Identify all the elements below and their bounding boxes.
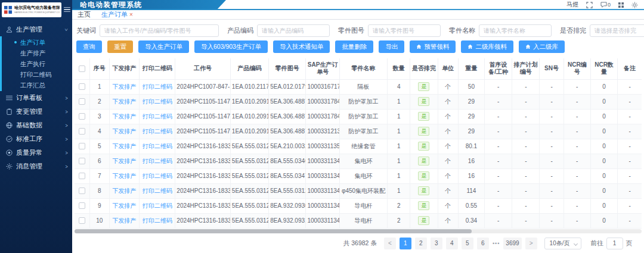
part-name-input[interactable] — [479, 24, 552, 37]
sidebar-item-production[interactable]: 生产管理> — [0, 23, 72, 36]
sidebar-item-order-board[interactable]: 订单看板> — [0, 91, 72, 105]
plan_no-cell: - — [512, 109, 540, 124]
l2-material-button[interactable]: 二级库领料 — [461, 40, 513, 53]
row-checkbox[interactable] — [79, 173, 85, 179]
import-order-button[interactable]: 导入生产订单 — [138, 40, 189, 53]
ncr_no-cell: - — [564, 213, 590, 228]
page-button-5[interactable]: 5 — [462, 238, 473, 249]
product-code-input[interactable] — [257, 24, 330, 37]
row-checkbox[interactable] — [79, 113, 85, 120]
dispatch-link[interactable]: 下发排产 — [112, 158, 136, 164]
dispatch-link[interactable]: 下发排产 — [112, 217, 136, 224]
column-header: 首序设备/工种 — [485, 58, 512, 79]
print-qrcode-cell: 打印二维码 — [140, 109, 175, 124]
message-icon[interactable]: 0 — [600, 2, 611, 8]
print-qrcode-link[interactable]: 打印二维码 — [143, 143, 172, 149]
export-button[interactable]: 导出 — [379, 40, 404, 53]
scheduled-cell: 是 — [410, 213, 438, 228]
page-button-3[interactable]: 3 — [431, 238, 442, 249]
last-page-button[interactable]: 3699 — [503, 238, 521, 249]
horizontal-scrollbar[interactable] — [75, 229, 642, 233]
row-checkbox[interactable] — [79, 98, 85, 105]
part-no-input[interactable] — [368, 24, 441, 37]
gear-icon[interactable] — [631, 2, 638, 8]
more-pages-icon[interactable]: ••• — [493, 240, 500, 246]
print-qrcode-link[interactable]: 打印二维码 — [143, 217, 172, 224]
into-l2-button[interactable]: 入二级库 — [519, 40, 565, 53]
part_name-cell: 防护罩加工 — [339, 124, 387, 139]
page-buttons: 123456 — [400, 238, 489, 249]
row-checkbox-cell — [75, 154, 89, 168]
select-all-checkbox[interactable] — [79, 65, 85, 72]
sidebar-item-base-data[interactable]: 基础数据> — [0, 118, 72, 132]
sidebar-subitem[interactable]: 打印二维码 — [2, 69, 72, 80]
row-checkbox[interactable] — [79, 217, 85, 224]
dispatch-link[interactable]: 下发排产 — [112, 202, 136, 209]
page-button-4[interactable]: 4 — [446, 238, 458, 249]
dispatch-link[interactable]: 下发排产 — [112, 98, 136, 105]
menu-collapse-icon[interactable] — [63, 6, 71, 14]
scrollbar-thumb[interactable] — [75, 229, 472, 233]
reset-button[interactable]: 重置 — [107, 40, 133, 53]
print-qrcode-link[interactable]: 打印二维码 — [143, 188, 172, 194]
fullscreen-icon[interactable] — [586, 2, 593, 8]
sidebar-subitem[interactable]: 生产执行 — [2, 58, 72, 69]
user-name[interactable]: 马煜 — [566, 1, 578, 9]
scheduled-select[interactable]: 请选择是否排完 — [590, 24, 644, 37]
dispatch-link[interactable]: 下发排产 — [112, 113, 136, 120]
print-qrcode-link[interactable]: 打印二维码 — [143, 158, 172, 164]
dispatch-link[interactable]: 下发排产 — [112, 128, 136, 135]
page-button-1[interactable]: 1 — [400, 238, 411, 249]
sidebar-item-message-mgmt[interactable]: 消息管理> — [0, 160, 72, 173]
search-button[interactable]: 查询 — [76, 40, 102, 53]
sidebar-subitem[interactable]: 生产排产 — [2, 48, 72, 58]
page-button-2[interactable]: 2 — [415, 238, 427, 249]
print-qrcode-link[interactable]: 打印二维码 — [143, 202, 172, 209]
filter-label: 是否排完 — [560, 26, 586, 35]
print-qrcode-link[interactable]: 打印二维码 — [143, 83, 172, 90]
row-checkbox[interactable] — [79, 143, 85, 149]
import-603-button[interactable]: 导入603/903生产订单 — [194, 40, 268, 53]
page-size-select[interactable]: 10条/页 — [544, 238, 581, 249]
apps-grid-icon[interactable] — [618, 2, 624, 8]
print-qrcode-link[interactable]: 打印二维码 — [143, 173, 172, 179]
print-qrcode-link[interactable]: 打印二维码 — [143, 113, 172, 120]
batch-delete-button[interactable]: 批量删除 — [335, 40, 373, 53]
goto-page-input[interactable] — [606, 238, 623, 249]
dispatch-link[interactable]: 下发排产 — [112, 188, 136, 194]
row-checkbox-cell — [75, 79, 89, 94]
dispatch-link[interactable]: 下发排产 — [112, 83, 136, 90]
warn-material-button[interactable]: 预警领料 — [410, 40, 456, 53]
sidebar-item-change-mgmt[interactable]: 变更管理> — [0, 105, 72, 118]
weight-cell: 80.1 — [458, 139, 484, 154]
row-checkbox[interactable] — [79, 158, 85, 164]
print-qrcode-link[interactable]: 打印二维码 — [143, 98, 172, 105]
dispatch-link[interactable]: 下发排产 — [112, 173, 136, 179]
sidebar-item-quality-exception[interactable]: 质量异常> — [0, 146, 72, 160]
qty-cell: 2 — [388, 213, 410, 228]
tab-生产订单[interactable]: 生产订单 × — [101, 10, 133, 19]
sidebar-item-standard-process[interactable]: 标准工序> — [0, 132, 72, 146]
row-checkbox[interactable] — [79, 188, 85, 194]
sidebar-subitem[interactable]: 工序汇总 — [2, 80, 72, 90]
close-icon[interactable]: × — [129, 10, 133, 19]
scheduled-badge: 是 — [418, 171, 429, 180]
plan_no-cell: - — [512, 124, 540, 139]
prev-page-button[interactable]: < — [384, 238, 396, 249]
print-qrcode-link[interactable]: 打印二维码 — [143, 128, 172, 135]
sidebar-item-label: 订单看板 — [16, 93, 61, 102]
work_no-cell: 2024HPC1316-1833-2 — [175, 183, 230, 198]
scheduled-badge: 是 — [418, 127, 429, 136]
tab-主页[interactable]: 主页 — [78, 10, 91, 19]
page-button-6[interactable]: 6 — [477, 238, 489, 249]
row-checkbox[interactable] — [79, 202, 85, 209]
work_no-cell: 2024HPC1105-1147-1 — [175, 124, 230, 139]
dispatch-link[interactable]: 下发排产 — [112, 143, 136, 149]
column-header: 工作号 — [175, 58, 230, 79]
row-checkbox[interactable] — [79, 128, 85, 135]
sidebar-subitem[interactable]: 生产订单 — [2, 37, 72, 48]
keyword-input[interactable] — [100, 24, 219, 37]
next-page-button[interactable]: > — [525, 238, 537, 249]
import-notice-button[interactable]: 导入技术通知单 — [273, 40, 330, 53]
row-checkbox[interactable] — [79, 83, 85, 90]
